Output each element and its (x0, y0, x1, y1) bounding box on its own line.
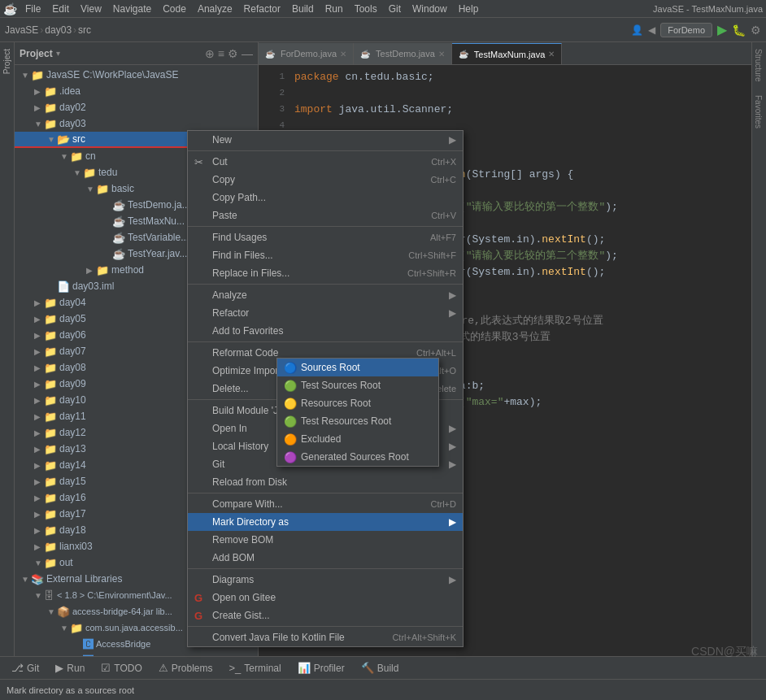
menu-window[interactable]: Window (407, 2, 452, 16)
bottom-btn-todo[interactable]: ☑ TODO (93, 659, 150, 677)
folder-icon: 📁 (96, 183, 109, 195)
submenu-item-label: Excluded (301, 433, 341, 445)
tree-label: day09 (59, 378, 86, 389)
menu-edit[interactable]: Edit (47, 2, 74, 16)
tab-testdemo[interactable]: ☕ TestDemo.java ✕ (354, 43, 452, 64)
menu-item-cut[interactable]: ✂ Cut Ctrl+X (188, 153, 463, 171)
menu-view[interactable]: View (76, 2, 107, 16)
submenu-item-sources-root[interactable]: 🔵 Sources Root (277, 359, 438, 376)
menu-item-label: Paste (212, 210, 237, 221)
tab-testmaxnum[interactable]: ☕ TestMaxNum.java ✕ (452, 43, 562, 64)
submenu-item-test-resources-root[interactable]: 🟢 Test Resources Root (277, 412, 438, 430)
bottom-btn-terminal[interactable]: >_ Terminal (221, 659, 289, 677)
menu-item-replaceinfiles[interactable]: Replace in Files... Ctrl+Shift+R (188, 264, 463, 282)
collapse-btn[interactable]: ≡ (218, 47, 224, 60)
menu-git[interactable]: Git (384, 2, 406, 16)
breadcrumb-javase[interactable]: JavaSE (5, 24, 38, 36)
submenu-item-test-sources-root[interactable]: 🟢 Test Sources Root (277, 376, 438, 394)
menu-tools[interactable]: Tools (350, 2, 382, 16)
menu-analyze[interactable]: Analyze (193, 2, 237, 16)
tree-item-day03[interactable]: ▼ 📁 day03 (15, 115, 258, 132)
folder-icon: 📁 (70, 150, 83, 163)
tab-fordemo[interactable]: ☕ ForDemo.java ✕ (259, 43, 354, 64)
expand-arrow: ▶ (34, 428, 42, 437)
java-icon: ☕ (112, 232, 125, 244)
hide-btn[interactable]: — (242, 47, 253, 60)
menu-refactor[interactable]: Refactor (239, 2, 285, 16)
tab-close-btn[interactable]: ✕ (548, 50, 555, 59)
folder-icon: 📁 (44, 492, 57, 504)
menu-item-copypath[interactable]: Copy Path... (188, 189, 463, 207)
menu-help[interactable]: Help (454, 2, 484, 16)
menu-code[interactable]: Code (158, 2, 191, 16)
class-icon: 🅲 (83, 654, 94, 657)
menu-item-reloadfromdisk[interactable]: Reload from Disk (188, 473, 463, 491)
menu-item-label: Add BOM (212, 552, 255, 563)
right-tab-favorites[interactable]: Favorites (752, 89, 764, 135)
settings-btn[interactable]: ⚙ (228, 47, 238, 60)
menu-item-refactor[interactable]: Refactor ▶ (188, 304, 463, 322)
menu-item-converttokotlin[interactable]: Convert Java File to Kotlin File Ctrl+Al… (188, 628, 463, 646)
menu-divider (188, 568, 463, 569)
side-tab-project[interactable]: Project (1, 42, 13, 80)
menu-item-openongitee[interactable]: G Open on Gitee (188, 589, 463, 607)
tree-label: tedu (98, 167, 117, 178)
menu-item-new[interactable]: New ▶ (188, 131, 463, 149)
menu-divider (188, 226, 463, 227)
build-btn[interactable]: ⚙ (751, 24, 761, 37)
submenu-item-generated-sources-root[interactable]: 🟣 Generated Sources Root (277, 448, 438, 466)
menu-item-removebom[interactable]: Remove BOM (188, 531, 463, 549)
tab-close-btn[interactable]: ✕ (340, 50, 346, 59)
menu-item-paste[interactable]: Paste Ctrl+V (188, 207, 463, 224)
submenu-arrow: ▶ (449, 307, 456, 319)
bottom-btn-git[interactable]: ⎇ Git (3, 659, 47, 677)
bottom-btn-problems[interactable]: ⚠ Problems (150, 659, 221, 677)
menu-item-analyze[interactable]: Analyze ▶ (188, 286, 463, 304)
run-config-selector[interactable]: ForDemo (660, 23, 712, 37)
class-icon: 🅲 (83, 638, 94, 650)
expand-arrow: ▶ (34, 87, 42, 96)
menu-item-label: Optimize Imports (212, 365, 286, 376)
tree-label: day16 (59, 492, 86, 503)
menu-item-markdirectoryas[interactable]: Mark Directory as ▶ (188, 513, 463, 531)
breadcrumb-src[interactable]: src (78, 24, 91, 36)
submenu-item-excluded[interactable]: 🟠 Excluded (277, 430, 438, 448)
back-btn[interactable]: ◀ (648, 24, 655, 36)
tab-label: ForDemo.java (281, 49, 337, 59)
breadcrumb-day03[interactable]: day03 (45, 24, 72, 36)
menu-item-creategist[interactable]: G Create Gist... (188, 607, 463, 624)
bottom-btn-build[interactable]: 🔨 Build (353, 659, 407, 677)
tab-close-btn[interactable]: ✕ (438, 50, 445, 59)
menu-item-addtofavorites[interactable]: Add to Favorites (188, 322, 463, 340)
test-resources-root-icon: 🟢 (284, 415, 297, 428)
menu-item-copy[interactable]: Copy Ctrl+C (188, 171, 463, 189)
btn-label: Build (377, 663, 399, 674)
menu-run[interactable]: Run (320, 2, 348, 16)
bottom-btn-run[interactable]: ▶ Run (47, 659, 93, 677)
menu-item-addbom[interactable]: Add BOM (188, 549, 463, 567)
menu-item-diagrams[interactable]: Diagrams ▶ (188, 571, 463, 589)
menu-item-findusages[interactable]: Find Usages Alt+F7 (188, 228, 463, 246)
menu-file[interactable]: File (20, 2, 46, 16)
menu-item-findinfiles[interactable]: Find in Files... Ctrl+Shift+F (188, 246, 463, 264)
tree-item-day02[interactable]: ▶ 📁 day02 (15, 99, 258, 115)
profiler-icon: 📊 (298, 662, 311, 674)
src-icon: 📂 (57, 133, 70, 146)
menu-item-comparewith[interactable]: Compare With... Ctrl+D (188, 495, 463, 513)
bottom-btn-profiler[interactable]: 📊 Profiler (289, 659, 353, 677)
menu-item-label: Remove BOM (212, 534, 273, 546)
tree-item-javase[interactable]: ▼ 📁 JavaSE C:\WorkPlace\JavaSE (15, 67, 258, 83)
menu-build[interactable]: Build (287, 2, 319, 16)
tree-item-idea[interactable]: ▶ 📁 .idea (15, 83, 258, 99)
debug-btn[interactable]: 🐛 (732, 24, 746, 37)
code-line-3: 3 import java.util.Scanner; (259, 101, 751, 117)
menu-navigate[interactable]: Navigate (108, 2, 156, 16)
right-tab-structure[interactable]: Structure (752, 42, 764, 89)
scope-btn[interactable]: ⊕ (205, 47, 215, 60)
tree-label: basic (111, 183, 134, 194)
run-btn[interactable]: ▶ (717, 22, 727, 37)
tree-item-accessiblejtreenode[interactable]: 🅲 AccessibleJTreeNode (15, 652, 258, 656)
panel-dropdown-icon[interactable]: ▾ (56, 49, 60, 58)
folder-icon: 📁 (44, 427, 57, 439)
submenu-item-resources-root[interactable]: 🟡 Resources Root (277, 394, 438, 412)
